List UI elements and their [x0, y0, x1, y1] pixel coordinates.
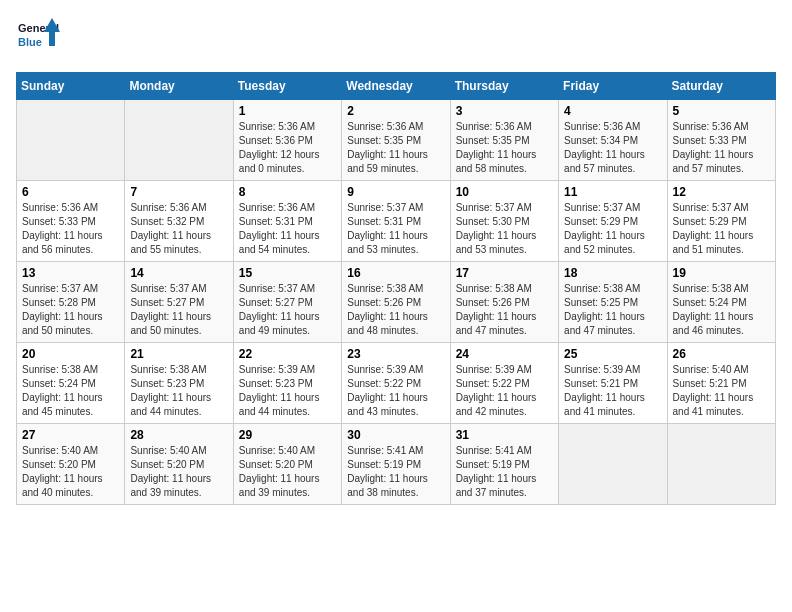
day-number: 6: [22, 185, 119, 199]
weekday-header: Tuesday: [233, 73, 341, 100]
day-number: 1: [239, 104, 336, 118]
day-info: Sunrise: 5:40 AMSunset: 5:21 PMDaylight:…: [673, 363, 770, 419]
day-number: 25: [564, 347, 661, 361]
calendar-cell: [125, 100, 233, 181]
calendar-cell: [559, 424, 667, 505]
calendar-cell: 6Sunrise: 5:36 AMSunset: 5:33 PMDaylight…: [17, 181, 125, 262]
day-number: 18: [564, 266, 661, 280]
day-info: Sunrise: 5:36 AMSunset: 5:35 PMDaylight:…: [347, 120, 444, 176]
day-number: 21: [130, 347, 227, 361]
day-number: 5: [673, 104, 770, 118]
day-info: Sunrise: 5:36 AMSunset: 5:32 PMDaylight:…: [130, 201, 227, 257]
day-number: 29: [239, 428, 336, 442]
calendar-cell: 28Sunrise: 5:40 AMSunset: 5:20 PMDayligh…: [125, 424, 233, 505]
day-info: Sunrise: 5:37 AMSunset: 5:30 PMDaylight:…: [456, 201, 553, 257]
day-number: 14: [130, 266, 227, 280]
calendar-week-row: 13Sunrise: 5:37 AMSunset: 5:28 PMDayligh…: [17, 262, 776, 343]
calendar-cell: 30Sunrise: 5:41 AMSunset: 5:19 PMDayligh…: [342, 424, 450, 505]
day-number: 22: [239, 347, 336, 361]
calendar-cell: 2Sunrise: 5:36 AMSunset: 5:35 PMDaylight…: [342, 100, 450, 181]
calendar-cell: 25Sunrise: 5:39 AMSunset: 5:21 PMDayligh…: [559, 343, 667, 424]
weekday-header: Monday: [125, 73, 233, 100]
day-info: Sunrise: 5:37 AMSunset: 5:27 PMDaylight:…: [130, 282, 227, 338]
weekday-header: Saturday: [667, 73, 775, 100]
weekday-header: Wednesday: [342, 73, 450, 100]
day-info: Sunrise: 5:38 AMSunset: 5:25 PMDaylight:…: [564, 282, 661, 338]
calendar-cell: 10Sunrise: 5:37 AMSunset: 5:30 PMDayligh…: [450, 181, 558, 262]
logo-icon: General Blue: [16, 16, 60, 60]
day-number: 30: [347, 428, 444, 442]
day-number: 11: [564, 185, 661, 199]
day-info: Sunrise: 5:36 AMSunset: 5:36 PMDaylight:…: [239, 120, 336, 176]
calendar-header-row: SundayMondayTuesdayWednesdayThursdayFrid…: [17, 73, 776, 100]
page-header: General Blue: [16, 16, 776, 60]
calendar-cell: 20Sunrise: 5:38 AMSunset: 5:24 PMDayligh…: [17, 343, 125, 424]
day-number: 31: [456, 428, 553, 442]
day-number: 27: [22, 428, 119, 442]
day-info: Sunrise: 5:41 AMSunset: 5:19 PMDaylight:…: [347, 444, 444, 500]
calendar-cell: 14Sunrise: 5:37 AMSunset: 5:27 PMDayligh…: [125, 262, 233, 343]
day-info: Sunrise: 5:38 AMSunset: 5:26 PMDaylight:…: [347, 282, 444, 338]
day-info: Sunrise: 5:38 AMSunset: 5:26 PMDaylight:…: [456, 282, 553, 338]
calendar-cell: 17Sunrise: 5:38 AMSunset: 5:26 PMDayligh…: [450, 262, 558, 343]
day-info: Sunrise: 5:40 AMSunset: 5:20 PMDaylight:…: [22, 444, 119, 500]
day-number: 24: [456, 347, 553, 361]
svg-text:Blue: Blue: [18, 36, 42, 48]
day-info: Sunrise: 5:36 AMSunset: 5:31 PMDaylight:…: [239, 201, 336, 257]
day-number: 26: [673, 347, 770, 361]
calendar-cell: 11Sunrise: 5:37 AMSunset: 5:29 PMDayligh…: [559, 181, 667, 262]
day-info: Sunrise: 5:39 AMSunset: 5:22 PMDaylight:…: [347, 363, 444, 419]
day-info: Sunrise: 5:39 AMSunset: 5:21 PMDaylight:…: [564, 363, 661, 419]
day-number: 8: [239, 185, 336, 199]
day-number: 13: [22, 266, 119, 280]
calendar-cell: 15Sunrise: 5:37 AMSunset: 5:27 PMDayligh…: [233, 262, 341, 343]
calendar-cell: 7Sunrise: 5:36 AMSunset: 5:32 PMDaylight…: [125, 181, 233, 262]
day-info: Sunrise: 5:39 AMSunset: 5:23 PMDaylight:…: [239, 363, 336, 419]
day-number: 16: [347, 266, 444, 280]
day-info: Sunrise: 5:38 AMSunset: 5:23 PMDaylight:…: [130, 363, 227, 419]
calendar-cell: 29Sunrise: 5:40 AMSunset: 5:20 PMDayligh…: [233, 424, 341, 505]
calendar-cell: 21Sunrise: 5:38 AMSunset: 5:23 PMDayligh…: [125, 343, 233, 424]
day-info: Sunrise: 5:41 AMSunset: 5:19 PMDaylight:…: [456, 444, 553, 500]
calendar-cell: 18Sunrise: 5:38 AMSunset: 5:25 PMDayligh…: [559, 262, 667, 343]
weekday-header: Sunday: [17, 73, 125, 100]
day-number: 4: [564, 104, 661, 118]
calendar-cell: 4Sunrise: 5:36 AMSunset: 5:34 PMDaylight…: [559, 100, 667, 181]
day-info: Sunrise: 5:37 AMSunset: 5:31 PMDaylight:…: [347, 201, 444, 257]
calendar-cell: 5Sunrise: 5:36 AMSunset: 5:33 PMDaylight…: [667, 100, 775, 181]
day-info: Sunrise: 5:37 AMSunset: 5:27 PMDaylight:…: [239, 282, 336, 338]
calendar-week-row: 6Sunrise: 5:36 AMSunset: 5:33 PMDaylight…: [17, 181, 776, 262]
calendar-week-row: 20Sunrise: 5:38 AMSunset: 5:24 PMDayligh…: [17, 343, 776, 424]
day-number: 2: [347, 104, 444, 118]
calendar-cell: 3Sunrise: 5:36 AMSunset: 5:35 PMDaylight…: [450, 100, 558, 181]
day-info: Sunrise: 5:38 AMSunset: 5:24 PMDaylight:…: [673, 282, 770, 338]
calendar-table: SundayMondayTuesdayWednesdayThursdayFrid…: [16, 72, 776, 505]
day-info: Sunrise: 5:37 AMSunset: 5:29 PMDaylight:…: [673, 201, 770, 257]
calendar-cell: 23Sunrise: 5:39 AMSunset: 5:22 PMDayligh…: [342, 343, 450, 424]
calendar-cell: 24Sunrise: 5:39 AMSunset: 5:22 PMDayligh…: [450, 343, 558, 424]
calendar-cell: [667, 424, 775, 505]
day-number: 23: [347, 347, 444, 361]
day-info: Sunrise: 5:38 AMSunset: 5:24 PMDaylight:…: [22, 363, 119, 419]
calendar-cell: 13Sunrise: 5:37 AMSunset: 5:28 PMDayligh…: [17, 262, 125, 343]
day-info: Sunrise: 5:37 AMSunset: 5:29 PMDaylight:…: [564, 201, 661, 257]
day-number: 7: [130, 185, 227, 199]
calendar-cell: 1Sunrise: 5:36 AMSunset: 5:36 PMDaylight…: [233, 100, 341, 181]
calendar-cell: 8Sunrise: 5:36 AMSunset: 5:31 PMDaylight…: [233, 181, 341, 262]
day-info: Sunrise: 5:39 AMSunset: 5:22 PMDaylight:…: [456, 363, 553, 419]
day-number: 15: [239, 266, 336, 280]
calendar-cell: 19Sunrise: 5:38 AMSunset: 5:24 PMDayligh…: [667, 262, 775, 343]
calendar-cell: 27Sunrise: 5:40 AMSunset: 5:20 PMDayligh…: [17, 424, 125, 505]
weekday-header: Thursday: [450, 73, 558, 100]
day-number: 20: [22, 347, 119, 361]
calendar-cell: [17, 100, 125, 181]
day-info: Sunrise: 5:37 AMSunset: 5:28 PMDaylight:…: [22, 282, 119, 338]
calendar-cell: 22Sunrise: 5:39 AMSunset: 5:23 PMDayligh…: [233, 343, 341, 424]
calendar-cell: 31Sunrise: 5:41 AMSunset: 5:19 PMDayligh…: [450, 424, 558, 505]
day-number: 3: [456, 104, 553, 118]
calendar-cell: 9Sunrise: 5:37 AMSunset: 5:31 PMDaylight…: [342, 181, 450, 262]
day-number: 12: [673, 185, 770, 199]
day-number: 17: [456, 266, 553, 280]
day-info: Sunrise: 5:36 AMSunset: 5:33 PMDaylight:…: [22, 201, 119, 257]
day-number: 19: [673, 266, 770, 280]
